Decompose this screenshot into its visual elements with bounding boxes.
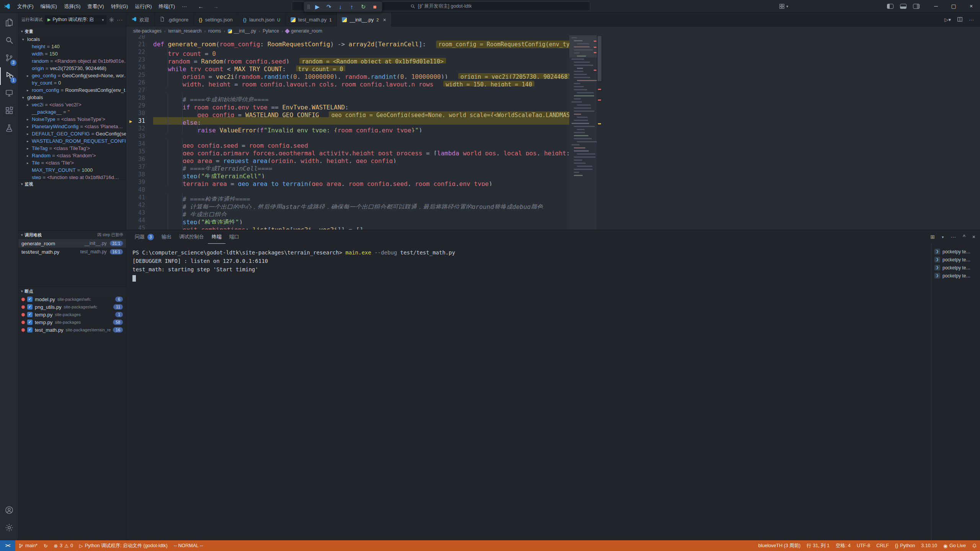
code-line[interactable]: 20 [126, 35, 569, 41]
scope-globals[interactable]: ▾globals [18, 94, 126, 101]
line-number[interactable]: 27 [126, 86, 153, 94]
code-line[interactable]: 35geo_config.primary_forces.geothermal_a… [126, 148, 569, 155]
line-number[interactable]: 36 [126, 155, 153, 163]
tab-.gdignore[interactable]: .gdignore [155, 13, 194, 27]
terminal-list-item[interactable]: ❯pocketpy te… [931, 248, 980, 256]
code-editor[interactable]: 2021def generate_room(room_config: RoomR… [126, 35, 569, 230]
code-line[interactable]: 42# 计算每一个出口的中心，然后使用astar生成路径，确保每一个出口组合都可… [126, 201, 569, 209]
line-number[interactable]: 43 [126, 209, 153, 217]
terminal-dropdown-icon[interactable]: ▾ [942, 235, 944, 239]
panel-tab-输出[interactable]: 输出 [158, 230, 175, 244]
breakpoint-item[interactable]: ✓temp.pysite-packages58 [18, 318, 126, 326]
status-branch[interactable]: main* [15, 540, 41, 551]
variable-DEFAULT_GEO_CONFIG[interactable]: ▸DEFAULT_GEO_CONFIG=GeoConfig(seed=1… [18, 130, 126, 137]
menu-selection[interactable]: 选择(S) [60, 0, 84, 13]
code-line[interactable]: 21def generate_room(room_config: RoomReq… [126, 41, 569, 48]
status-python-version[interactable]: 3.10.10 [918, 540, 940, 551]
tab-test_math.py[interactable]: test_math.py1 [286, 13, 337, 27]
menu-run[interactable]: 运行(R) [131, 0, 155, 13]
line-number[interactable]: 29 [126, 102, 153, 109]
line-number[interactable]: 26 [126, 79, 153, 86]
code-line[interactable]: 36geo_area = request_area(origin, width,… [126, 155, 569, 163]
status-debug-config[interactable]: ▷Python 调试程序: 启动文件 (godot-ldtk) [76, 540, 171, 551]
line-number[interactable]: 28 [126, 94, 153, 102]
run-file-button[interactable]: ▷▾ [944, 17, 951, 23]
variable-NoiseType[interactable]: ▸NoiseType=<class 'NoiseType'> [18, 116, 126, 123]
panel-tab-终端[interactable]: 终端 [208, 230, 225, 244]
code-line[interactable]: 33 [126, 132, 569, 140]
status-sync[interactable]: ↻ [41, 540, 51, 551]
more-actions-icon[interactable]: ··· [117, 17, 123, 23]
go-forward-button[interactable]: → [213, 3, 219, 10]
breadcrumb-item[interactable]: terrain_research [168, 28, 201, 34]
line-number[interactable]: 21 [126, 41, 153, 48]
status-gitlens-blame[interactable]: blueloveTH (3 周前) [755, 540, 804, 551]
line-number[interactable]: 23 [126, 56, 153, 64]
activity-run-and-debug[interactable]: 1 [0, 67, 18, 85]
activity-extensions[interactable] [0, 103, 18, 120]
line-number[interactable]: 22 [126, 48, 153, 56]
scope-locals[interactable]: ▾locals [18, 36, 126, 43]
status-remote[interactable]: >< [0, 540, 15, 551]
variable-Tile[interactable]: ▸Tile=<class 'Tile'> [18, 159, 126, 166]
terminal[interactable]: PS C:\computer_science\godot-ldtk\site-p… [126, 244, 931, 540]
line-number[interactable]: 33 [126, 132, 153, 140]
code-line[interactable]: 37# ====生成TerrainCell==== [126, 163, 569, 171]
variable-step[interactable]: step=<function step at 0x1bf8d716d… [18, 174, 126, 179]
code-line[interactable]: 23random = Random(room_config.seed)rando… [126, 56, 569, 64]
menu-more[interactable]: ··· [178, 0, 190, 13]
step-into-button[interactable]: ↓ [335, 2, 346, 12]
variable-room_config[interactable]: ▸room_config=RoomRequestConfig(env_t… [18, 86, 126, 94]
variable-TileTag[interactable]: ▸TileTag=<class 'TileTag'> [18, 145, 126, 152]
code-line[interactable]: 44step("检查连通性") [126, 217, 569, 224]
panel-tab-问题[interactable]: 问题3 [131, 230, 158, 244]
toggle-panel-icon[interactable] [900, 4, 906, 9]
line-number[interactable]: 42 [126, 201, 153, 209]
variable-origin[interactable]: origin=vec2i(7205730, 9024468) [18, 65, 126, 72]
code-line[interactable]: 26width, height = room_config.layout.n_c… [126, 79, 569, 86]
line-number[interactable]: 39 [126, 178, 153, 186]
breadcrumb-item[interactable]: site-packages [133, 28, 162, 34]
activity-explorer[interactable] [0, 15, 18, 32]
variable-random[interactable]: random=<Random object at 0x1bf9d01e… [18, 57, 126, 65]
code-line[interactable]: 45exit_combinations: list[tuple[vec2i, v… [126, 224, 569, 230]
breakpoint-checkbox[interactable]: ✓ [27, 327, 33, 333]
variable-width[interactable]: width=150 [18, 50, 126, 57]
continue-button[interactable]: ▶ [312, 2, 323, 12]
editor-scrollbar[interactable] [597, 35, 602, 230]
breadcrumb-item[interactable]: generate_room [286, 28, 322, 34]
code-line[interactable]: 28# ====生成初始地理信息==== [126, 94, 569, 102]
status-vim-mode[interactable]: -- NORMAL -- [171, 540, 206, 551]
toolbar-drag-handle[interactable]: ⣿ [305, 2, 312, 12]
stack-frame[interactable]: test/test_math.pytest_math.py16:1 [18, 248, 126, 256]
line-number[interactable]: 35 [126, 148, 153, 155]
watch-section-header[interactable]: ▾ 监视 [18, 180, 126, 188]
status-language[interactable]: {}Python [892, 540, 918, 551]
minimize-button[interactable]: ─ [927, 0, 945, 13]
terminal-list-item[interactable]: ❯pocketpy te… [931, 264, 980, 272]
code-line[interactable]: 22try_count = 0 [126, 48, 569, 56]
new-terminal-icon[interactable]: ⊞ [930, 234, 935, 240]
variables-section-header[interactable]: ▾ 变量 [18, 27, 126, 36]
maximize-panel-icon[interactable]: ^ [963, 234, 965, 240]
code-line[interactable]: 24while try_count < MAX_TRY_COUNT:try_co… [126, 64, 569, 71]
code-line[interactable]: 34geo_config.seed = room_config.seed [126, 140, 569, 148]
breakpoint-checkbox[interactable]: ✓ [27, 304, 33, 310]
breadcrumb-item[interactable]: rooms [208, 28, 221, 34]
toggle-secondary-sidebar-icon[interactable] [913, 4, 920, 9]
line-number[interactable]: 25 [126, 71, 153, 79]
step-over-button[interactable]: ↷ [323, 2, 335, 12]
code-line[interactable]: 39terrain_area = geo_area_to_terrain(geo… [126, 178, 569, 186]
panel-tab-端口[interactable]: 端口 [225, 230, 243, 244]
code-line[interactable]: 27 [126, 86, 569, 94]
activity-settings[interactable] [0, 520, 18, 537]
breakpoint-item[interactable]: ✓test_math.pysite-packages\terrain_res…1… [18, 326, 126, 334]
breakpoint-checkbox[interactable]: ✓ [27, 320, 33, 325]
variable-WASTELAND_ROOM_REQUEST_CONFIG[interactable]: ▸WASTELAND_ROOM_REQUEST_CONFIG=RoomR… [18, 137, 126, 145]
menu-go[interactable]: 转到(G) [108, 0, 132, 13]
variable-geo_config[interactable]: ▸geo_config=GeoConfig(seed=None, wor… [18, 72, 126, 79]
panel-tab-调试控制台[interactable]: 调试控制台 [175, 230, 208, 244]
code-line[interactable]: 40 [126, 186, 569, 194]
more-actions-icon[interactable]: ··· [969, 17, 974, 23]
code-line[interactable]: 41# ====检查连通性==== [126, 194, 569, 201]
